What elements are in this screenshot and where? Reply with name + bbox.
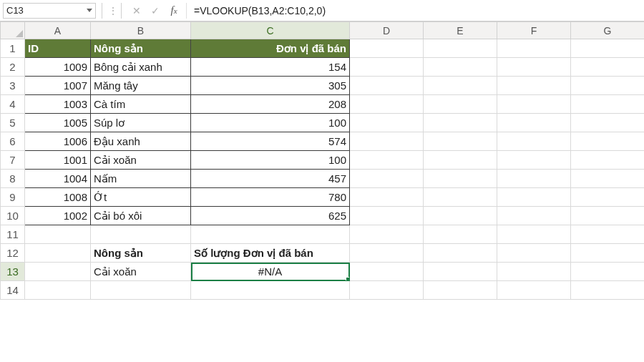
cell[interactable]: [424, 170, 497, 188]
cell-A4[interactable]: 1003: [25, 95, 91, 114]
cell[interactable]: [571, 281, 645, 300]
cell-A1[interactable]: ID: [25, 39, 91, 58]
cell[interactable]: [497, 188, 571, 207]
cell[interactable]: [571, 58, 645, 77]
cell-C3[interactable]: 305: [191, 77, 350, 95]
cell[interactable]: [497, 225, 571, 244]
cell-A12[interactable]: [25, 244, 91, 263]
cell-C10[interactable]: 625: [191, 207, 350, 225]
cell[interactable]: [350, 281, 424, 300]
cell[interactable]: [350, 114, 424, 132]
cell[interactable]: [350, 225, 424, 244]
cell[interactable]: [571, 225, 645, 244]
cell[interactable]: [350, 39, 424, 58]
cell[interactable]: [91, 225, 191, 244]
cell-C13[interactable]: #N/A: [191, 263, 350, 281]
row-header[interactable]: 9: [1, 188, 25, 207]
cell[interactable]: [571, 207, 645, 225]
cell[interactable]: [91, 281, 191, 300]
cell-A9[interactable]: 1008: [25, 188, 91, 207]
cell[interactable]: [350, 170, 424, 188]
row-header[interactable]: 12: [1, 244, 25, 263]
cell[interactable]: [571, 170, 645, 188]
col-header-D[interactable]: D: [350, 22, 424, 39]
row-header[interactable]: 8: [1, 170, 25, 188]
row-header[interactable]: 4: [1, 95, 25, 114]
cell[interactable]: [497, 39, 571, 58]
col-header-C[interactable]: C: [191, 22, 350, 39]
cell-B7[interactable]: Cải xoăn: [91, 151, 191, 170]
col-header-E[interactable]: E: [424, 22, 497, 39]
cell-A5[interactable]: 1005: [25, 114, 91, 132]
cell[interactable]: [350, 58, 424, 77]
cell[interactable]: [424, 207, 497, 225]
chevron-down-icon[interactable]: [87, 9, 92, 12]
cell-A13[interactable]: [25, 263, 91, 281]
cell[interactable]: [497, 170, 571, 188]
cell[interactable]: [497, 151, 571, 170]
name-box[interactable]: C13: [3, 3, 96, 19]
cell[interactable]: [424, 77, 497, 95]
cell[interactable]: [571, 244, 645, 263]
row-header[interactable]: 11: [1, 225, 25, 244]
cell[interactable]: [424, 95, 497, 114]
col-header-B[interactable]: B: [91, 22, 191, 39]
cell[interactable]: [497, 244, 571, 263]
cell-B4[interactable]: Cà tím: [91, 95, 191, 114]
cell[interactable]: [350, 263, 424, 281]
cell[interactable]: [191, 281, 350, 300]
cell[interactable]: [424, 58, 497, 77]
cell-A7[interactable]: 1001: [25, 151, 91, 170]
cell-C1[interactable]: Đơn vị đã bán: [191, 39, 350, 58]
cell[interactable]: [424, 151, 497, 170]
select-all-corner[interactable]: [1, 22, 25, 39]
cell[interactable]: [424, 244, 497, 263]
cell[interactable]: [350, 188, 424, 207]
cell-C2[interactable]: 154: [191, 58, 350, 77]
row-header[interactable]: 2: [1, 58, 25, 77]
col-header-A[interactable]: A: [25, 22, 91, 39]
cell[interactable]: [571, 263, 645, 281]
cell-B2[interactable]: Bông cải xanh: [91, 58, 191, 77]
cell[interactable]: [497, 95, 571, 114]
cell[interactable]: [497, 114, 571, 132]
cell[interactable]: [350, 77, 424, 95]
cell[interactable]: [350, 151, 424, 170]
cell-B3[interactable]: Măng tây: [91, 77, 191, 95]
cell[interactable]: [25, 225, 91, 244]
row-header[interactable]: 7: [1, 151, 25, 170]
formula-input[interactable]: [190, 3, 644, 19]
cell-A6[interactable]: 1006: [25, 132, 91, 151]
cell-B5[interactable]: Súp lơ: [91, 114, 191, 132]
confirm-formula-button[interactable]: ✓: [146, 3, 165, 19]
cell[interactable]: [424, 225, 497, 244]
cell-C9[interactable]: 780: [191, 188, 350, 207]
row-header[interactable]: 14: [1, 281, 25, 300]
cell[interactable]: [25, 281, 91, 300]
row-header[interactable]: 13: [1, 263, 25, 281]
cell[interactable]: [191, 225, 350, 244]
cell-B1[interactable]: Nông sản: [91, 39, 191, 58]
cell[interactable]: [424, 188, 497, 207]
cell[interactable]: [350, 132, 424, 151]
row-header[interactable]: 3: [1, 77, 25, 95]
cell[interactable]: [571, 114, 645, 132]
cell[interactable]: [424, 281, 497, 300]
worksheet[interactable]: A B C D E F G 1 ID Nông sản Đơn vị đã bá…: [0, 21, 644, 300]
cell[interactable]: [497, 132, 571, 151]
cell-C5[interactable]: 100: [191, 114, 350, 132]
cell-A10[interactable]: 1002: [25, 207, 91, 225]
cell[interactable]: [424, 114, 497, 132]
cell-C12[interactable]: Số lượng Đơn vị đã bán: [191, 244, 350, 263]
cell[interactable]: [350, 207, 424, 225]
cancel-formula-button[interactable]: ✕: [127, 3, 146, 19]
cell-B8[interactable]: Nấm: [91, 170, 191, 188]
cell-B6[interactable]: Đậu xanh: [91, 132, 191, 151]
cell[interactable]: [497, 77, 571, 95]
cell-C7[interactable]: 100: [191, 151, 350, 170]
cell-C8[interactable]: 457: [191, 170, 350, 188]
fx-icon[interactable]: fx: [165, 3, 183, 19]
cell[interactable]: [424, 132, 497, 151]
cell[interactable]: [571, 188, 645, 207]
cell[interactable]: [497, 207, 571, 225]
